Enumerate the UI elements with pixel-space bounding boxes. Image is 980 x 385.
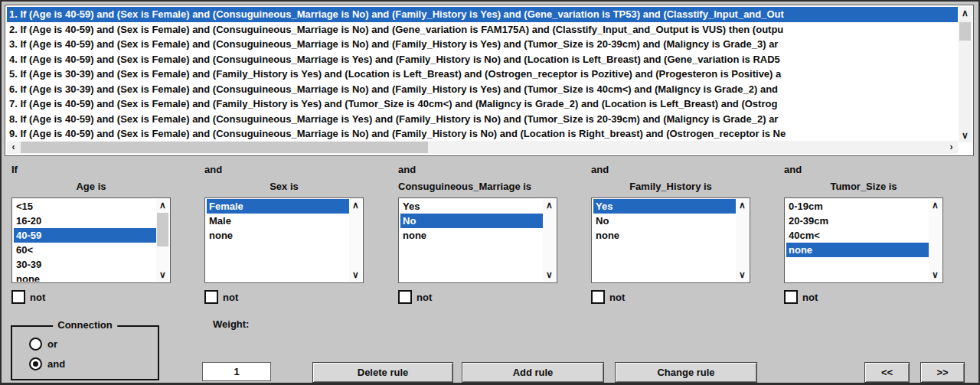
- scroll-up-icon[interactable]: ∧: [929, 199, 942, 212]
- not-label: not: [223, 292, 238, 303]
- list-item[interactable]: No: [400, 214, 543, 228]
- rule-editor-window: 1. If (Age is 40-59) and (Sex is Female)…: [0, 0, 980, 385]
- add-rule-button[interactable]: Add rule: [462, 362, 604, 383]
- radio-icon[interactable]: [29, 357, 42, 370]
- marriage-listbox[interactable]: Yes No none ∧ ∨: [398, 197, 557, 283]
- family-history-items: Yes No none: [593, 199, 736, 282]
- list-item[interactable]: 20-39cm: [786, 214, 929, 228]
- condition-column-family-history: and Family_History is Yes No none ∧ ∨ no…: [591, 164, 750, 311]
- not-label: not: [609, 292, 625, 303]
- not-checkbox-family-history[interactable]: not: [591, 290, 625, 304]
- delete-rule-button[interactable]: Delete rule: [312, 362, 453, 383]
- checkbox-icon[interactable]: [398, 290, 412, 304]
- scroll-up-icon[interactable]: ∧: [959, 7, 972, 20]
- scroll-down-icon[interactable]: ∨: [543, 269, 556, 282]
- list-item[interactable]: none: [14, 272, 156, 282]
- scroll-up-icon[interactable]: ∧: [349, 199, 362, 212]
- list-item[interactable]: 16-20: [14, 214, 156, 228]
- scroll-down-icon[interactable]: ∨: [959, 129, 972, 142]
- checkbox-icon[interactable]: [204, 290, 218, 304]
- tumor-size-listbox[interactable]: 0-19cm 20-39cm 40cm< none ∧ ∨: [784, 197, 943, 283]
- rule-row[interactable]: 9. If (Age is 40-59) and (Sex is Female)…: [7, 126, 958, 141]
- connector-label: and: [591, 164, 609, 175]
- connector-label: If: [11, 164, 18, 175]
- condition-caption: Age is: [11, 181, 171, 192]
- list-item[interactable]: none: [207, 228, 349, 243]
- previous-button[interactable]: <<: [864, 362, 910, 383]
- rule-row[interactable]: 7. If (Age is 40-59) and (Sex is Female)…: [7, 96, 958, 112]
- rule-row[interactable]: 1. If (Age is 40-59) and (Sex is Female)…: [7, 7, 958, 22]
- scroll-left-icon[interactable]: ‹: [7, 141, 20, 154]
- rule-row[interactable]: 5. If (Age is 30-39) and (Sex is Female)…: [7, 67, 958, 82]
- not-label: not: [802, 292, 818, 303]
- scroll-down-icon[interactable]: ∨: [736, 269, 749, 282]
- scrollbar[interactable]: ∧ ∨: [929, 199, 942, 282]
- rule-rows: 1. If (Age is 40-59) and (Sex is Female)…: [7, 7, 958, 141]
- not-label: not: [30, 292, 45, 303]
- change-rule-button[interactable]: Change rule: [615, 362, 757, 383]
- list-item[interactable]: 40-59: [14, 228, 156, 243]
- family-history-listbox[interactable]: Yes No none ∧ ∨: [591, 197, 750, 283]
- sex-listbox[interactable]: Female Male none ∧ ∨: [204, 197, 364, 283]
- tumor-size-items: 0-19cm 20-39cm 40cm< none: [786, 199, 929, 282]
- weight-input[interactable]: [202, 362, 271, 381]
- list-item[interactable]: <15: [14, 199, 156, 214]
- horizontal-scroll-thumb[interactable]: [21, 142, 428, 153]
- scrollbar[interactable]: ∧ ∨: [736, 199, 749, 282]
- scroll-up-icon[interactable]: ∧: [736, 199, 749, 212]
- condition-caption: Sex is: [204, 181, 364, 192]
- list-item[interactable]: 0-19cm: [786, 199, 929, 214]
- rule-row[interactable]: 8. If (Age is 40-59) and (Sex is Female)…: [7, 112, 958, 127]
- condition-caption: Consuguineous_Marriage is: [398, 181, 557, 192]
- condition-column-tumor-size: and Tumor_Size is 0-19cm 20-39cm 40cm< n…: [784, 164, 943, 311]
- scrollbar[interactable]: ∧ ∨: [156, 199, 169, 282]
- and-label: and: [47, 358, 65, 370]
- radio-icon[interactable]: [29, 338, 42, 351]
- checkbox-icon[interactable]: [784, 290, 798, 304]
- not-checkbox-sex[interactable]: not: [204, 290, 238, 304]
- scroll-right-icon[interactable]: ›: [945, 141, 958, 154]
- list-item[interactable]: none: [593, 228, 736, 243]
- weight-label: Weight:: [213, 318, 249, 330]
- vertical-scroll-thumb[interactable]: [959, 22, 971, 41]
- list-item[interactable]: 30-39: [14, 257, 156, 272]
- not-checkbox-marriage[interactable]: not: [398, 290, 432, 304]
- connector-label: and: [398, 164, 416, 175]
- list-item[interactable]: none: [400, 228, 543, 243]
- list-item[interactable]: No: [593, 214, 736, 228]
- list-item[interactable]: Yes: [593, 199, 736, 214]
- scroll-down-icon[interactable]: ∨: [156, 269, 169, 282]
- list-item[interactable]: Female: [207, 199, 349, 214]
- scroll-down-icon[interactable]: ∨: [929, 269, 942, 282]
- rule-row[interactable]: 6. If (Age is 30-39) and (Sex is Female)…: [7, 82, 958, 97]
- not-checkbox-age[interactable]: not: [11, 290, 45, 304]
- age-listbox[interactable]: <15 16-20 40-59 60< 30-39 none ∧ ∨: [11, 197, 171, 283]
- scrollbar[interactable]: ∧ ∨: [543, 199, 556, 282]
- list-item[interactable]: 40cm<: [786, 228, 929, 243]
- next-button[interactable]: >>: [920, 362, 965, 383]
- list-item[interactable]: Male: [207, 214, 349, 228]
- scroll-thumb[interactable]: [157, 213, 168, 246]
- rule-row[interactable]: 4. If (Age is 40-59) and (Sex is Female)…: [7, 52, 958, 67]
- checkbox-icon[interactable]: [11, 290, 25, 304]
- rule-row[interactable]: 3. If (Age is 40-59) and (Sex is Female)…: [7, 37, 958, 52]
- connection-title: Connection: [53, 319, 117, 331]
- condition-column-marriage: and Consuguineous_Marriage is Yes No non…: [398, 164, 557, 311]
- scroll-up-icon[interactable]: ∧: [156, 199, 169, 212]
- condition-column-age: If Age is <15 16-20 40-59 60< 30-39 none…: [11, 164, 171, 311]
- vertical-scrollbar[interactable]: ∧ ∨: [959, 7, 972, 142]
- connection-or-radio[interactable]: or: [29, 338, 57, 351]
- not-checkbox-tumor-size[interactable]: not: [784, 290, 818, 304]
- list-item[interactable]: Yes: [400, 199, 543, 214]
- horizontal-scrollbar[interactable]: ‹ ›: [7, 141, 958, 154]
- scrollbar[interactable]: ∧ ∨: [349, 199, 362, 282]
- list-item[interactable]: none: [786, 243, 929, 257]
- connection-and-radio[interactable]: and: [29, 357, 65, 370]
- rule-listbox[interactable]: 1. If (Age is 40-59) and (Sex is Female)…: [5, 5, 974, 156]
- checkbox-icon[interactable]: [591, 290, 605, 304]
- marriage-items: Yes No none: [400, 199, 543, 282]
- rule-row[interactable]: 2. If (Age is 40-59) and (Sex is Female)…: [7, 22, 958, 38]
- scroll-up-icon[interactable]: ∧: [543, 199, 556, 212]
- list-item[interactable]: 60<: [14, 243, 156, 257]
- scroll-down-icon[interactable]: ∨: [349, 269, 362, 282]
